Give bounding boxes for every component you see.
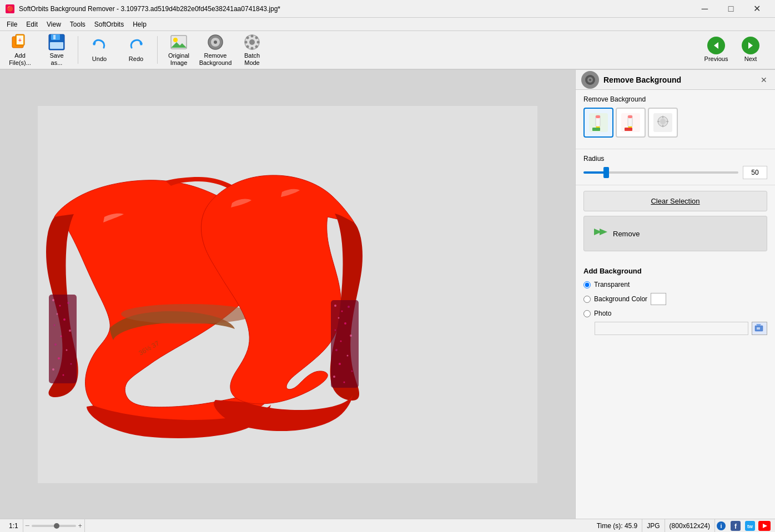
radius-value-box: 50 xyxy=(743,166,767,179)
add-files-button[interactable]: + AddFile(s)... xyxy=(2,33,38,67)
photo-radio[interactable] xyxy=(583,310,591,317)
remove-button[interactable]: Remove xyxy=(583,216,767,251)
main-area: 36½ 37 Remove Background ✕ Remove Back xyxy=(0,70,775,519)
save-as-icon xyxy=(48,33,66,51)
svg-marker-82 xyxy=(756,324,761,326)
toolbox-icon xyxy=(581,71,599,89)
radius-slider-container[interactable] xyxy=(583,167,738,178)
previous-label: Previous xyxy=(704,55,728,63)
close-button[interactable]: ✕ xyxy=(744,0,769,18)
radius-control: 50 xyxy=(583,166,767,179)
zoom-plus-icon: + xyxy=(78,523,82,529)
titlebar-title: SoftOrbits Background Remover - 3.109773… xyxy=(19,5,280,13)
svg-point-37 xyxy=(54,324,56,326)
remove-background-icon xyxy=(207,33,224,51)
auto-brush-button[interactable] xyxy=(648,108,678,138)
svg-rect-75 xyxy=(625,128,632,131)
transparent-label[interactable]: Transparent xyxy=(594,281,630,288)
svg-rect-83 xyxy=(757,327,760,330)
info-icon[interactable]: i xyxy=(715,520,727,532)
original-image-icon xyxy=(170,33,188,51)
svg-point-46 xyxy=(334,305,336,307)
toolbox-close-button[interactable]: ✕ xyxy=(758,74,769,85)
zoom-slider-control[interactable]: ─ + xyxy=(23,519,85,532)
bg-color-radio[interactable] xyxy=(583,296,591,303)
svg-point-58 xyxy=(333,376,335,378)
browse-button[interactable] xyxy=(752,322,767,335)
undo-label: Undo xyxy=(92,55,107,63)
svg-point-25 xyxy=(246,45,249,48)
menu-file[interactable]: File xyxy=(2,19,22,29)
status-icons: i f tw xyxy=(715,520,771,532)
svg-point-11 xyxy=(173,38,178,42)
next-label: Next xyxy=(744,55,757,63)
clear-selection-button[interactable]: Clear Selection xyxy=(583,191,767,211)
undo-button[interactable]: Undo xyxy=(82,33,117,67)
menu-view[interactable]: View xyxy=(42,19,66,29)
previous-icon xyxy=(707,37,725,54)
radius-value: 50 xyxy=(751,169,758,176)
zoom-thumb[interactable] xyxy=(54,523,59,529)
image-canvas: 36½ 37 xyxy=(38,106,537,483)
remove-background-button[interactable]: RemoveBackground xyxy=(198,33,233,67)
color-swatch[interactable] xyxy=(651,293,666,305)
svg-marker-27 xyxy=(748,42,753,49)
photo-path-input[interactable] xyxy=(595,322,748,335)
previous-button[interactable]: Previous xyxy=(699,33,733,67)
minimize-button[interactable]: ─ xyxy=(692,0,717,18)
save-as-button[interactable]: Saveas... xyxy=(39,33,74,67)
bg-color-label[interactable]: Background Color xyxy=(594,295,647,303)
original-image-label: OriginalImage xyxy=(168,52,189,67)
radius-slider-thumb[interactable] xyxy=(603,167,609,178)
svg-rect-31 xyxy=(331,300,359,388)
svg-point-36 xyxy=(63,318,66,321)
svg-point-20 xyxy=(245,40,248,43)
format-status: JPG xyxy=(642,519,665,532)
svg-point-42 xyxy=(58,357,60,359)
svg-point-44 xyxy=(52,368,54,371)
batch-mode-button[interactable]: BatchMode xyxy=(234,33,270,67)
menu-softorbits[interactable]: SoftOrbits xyxy=(90,19,128,29)
svg-point-49 xyxy=(338,317,340,318)
redo-button[interactable]: Redo xyxy=(118,33,154,67)
brush-tools xyxy=(583,108,767,138)
transparent-radio[interactable] xyxy=(583,281,591,288)
remove-brush-button[interactable] xyxy=(616,108,646,138)
toolbar-sep-1 xyxy=(78,36,78,64)
svg-point-35 xyxy=(57,313,58,315)
svg-point-18 xyxy=(251,34,254,37)
toolbox-panel: Remove Background ✕ Remove Background xyxy=(575,70,775,519)
toolbox-header-left: Remove Background xyxy=(581,71,681,89)
remove-label: Remove xyxy=(613,230,640,238)
svg-point-59 xyxy=(344,381,345,383)
svg-point-24 xyxy=(255,36,258,39)
twitter-icon[interactable]: tw xyxy=(744,520,756,532)
svg-point-53 xyxy=(340,340,342,342)
add-files-icon: + xyxy=(11,33,29,51)
photo-radio-row: Photo xyxy=(583,310,767,317)
svg-point-48 xyxy=(348,306,350,308)
svg-point-41 xyxy=(66,349,68,351)
app-icon: 🔴 xyxy=(6,4,14,13)
canvas-area[interactable]: 36½ 37 xyxy=(0,70,575,519)
photo-radio-label[interactable]: Photo xyxy=(594,310,611,317)
original-image-button[interactable]: OriginalImage xyxy=(161,33,197,67)
keep-brush-button[interactable] xyxy=(583,108,613,138)
menu-edit[interactable]: Edit xyxy=(22,19,42,29)
zoom-track[interactable] xyxy=(32,525,76,527)
next-button[interactable]: Next xyxy=(734,33,767,67)
time-status: Time (s): 45.9 xyxy=(592,519,643,532)
menu-help[interactable]: Help xyxy=(128,19,151,29)
remove-arrow-icon xyxy=(592,224,607,243)
maximize-button[interactable]: □ xyxy=(718,0,743,18)
svg-rect-74 xyxy=(628,115,632,118)
titlebar: 🔴 SoftOrbits Background Remover - 3.1097… xyxy=(0,0,775,18)
facebook-icon[interactable]: f xyxy=(729,520,742,532)
youtube-icon[interactable] xyxy=(758,520,771,532)
svg-point-43 xyxy=(71,363,72,364)
svg-point-38 xyxy=(69,330,71,332)
svg-text:tw: tw xyxy=(747,524,753,529)
menu-tools[interactable]: Tools xyxy=(66,19,90,29)
titlebar-controls: ─ □ ✕ xyxy=(692,0,769,18)
statusbar: 1:1 ─ + Time (s): 45.9 JPG (800x612x24) … xyxy=(0,519,775,532)
